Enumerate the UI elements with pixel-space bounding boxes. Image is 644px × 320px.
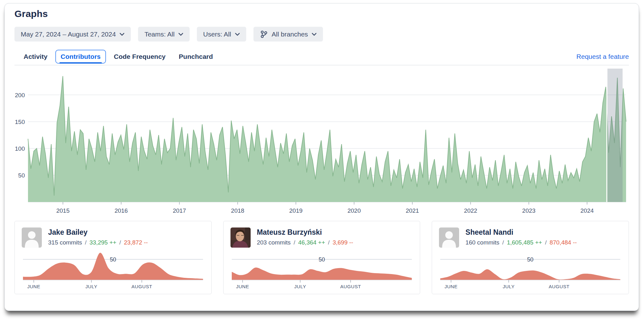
stats-separator: / [544, 239, 548, 246]
avatar-placeholder [22, 227, 42, 248]
x-axis-label: 2016 [114, 207, 128, 214]
tab-contributors[interactable]: Contributors [55, 50, 106, 64]
card-header: Sheetal Nandi 160 commits / 1,605,485 ++… [439, 227, 622, 248]
deletions-count: 870,484 -- [550, 239, 577, 246]
stats-separator: / [118, 239, 122, 246]
contributor-info: Sheetal Nandi 160 commits / 1,605,485 ++… [465, 227, 577, 246]
x-axis-label: JULY [503, 284, 515, 289]
branches-filter[interactable]: All branches [253, 27, 323, 42]
contributions-chart[interactable]: 5010015020020152016201720182019202020212… [14, 68, 629, 216]
filter-bar: May 27, 2024 – August 27, 2024 Teams: Al… [14, 27, 629, 42]
x-axis-label: 2018 [231, 207, 244, 214]
contributor-card: Mateusz Burzyński 203 commits / 46,364 +… [223, 221, 420, 294]
x-axis-label: JUNE [236, 284, 249, 289]
contributor-name: Sheetal Nandi [465, 228, 577, 237]
x-axis-label: 2023 [522, 207, 536, 214]
contributor-card: Sheetal Nandi 160 commits / 1,605,485 ++… [432, 221, 629, 294]
commit-count: 203 commits [257, 239, 291, 246]
y-axis-label: 200 [15, 92, 25, 98]
x-axis-label: 2017 [173, 207, 186, 214]
contributor-mini-chart: 50JUNEJULYAUGUST [439, 251, 622, 290]
users-filter[interactable]: Users: All [197, 27, 246, 42]
users-filter-label: Users: All [203, 31, 231, 38]
date-range-filter[interactable]: May 27, 2024 – August 27, 2024 [14, 27, 131, 42]
card-header: Mateusz Burzyński 203 commits / 46,364 +… [230, 227, 413, 248]
commit-count: 160 commits [465, 239, 499, 246]
contributor-info: Jake Bailey 315 commits / 33,295 ++ / 23… [48, 227, 148, 246]
x-axis-label: AUGUST [549, 284, 569, 289]
contributor-name: Jake Bailey [48, 228, 148, 237]
contributor-card: Jake Bailey 315 commits / 33,295 ++ / 23… [14, 221, 212, 294]
stats-separator: / [84, 239, 88, 246]
contributor-stats: 315 commits / 33,295 ++ / 23,872 -- [48, 239, 148, 246]
avatar-placeholder [439, 227, 459, 248]
avatar-photo [230, 227, 251, 248]
x-axis-label: 2024 [580, 207, 594, 214]
card-header: Jake Bailey 315 commits / 33,295 ++ / 23… [22, 227, 204, 248]
gridline-label: 50 [110, 256, 116, 263]
teams-filter[interactable]: Teams: All [138, 27, 190, 42]
gridline-label: 50 [319, 256, 325, 263]
x-axis-label: 2020 [347, 207, 361, 214]
chevron-down-icon [119, 33, 125, 36]
request-feature-link[interactable]: Request a feature [576, 53, 629, 60]
contributor-mini-chart: 50JUNEJULYAUGUST [22, 251, 204, 290]
contributor-cards: Jake Bailey 315 commits / 33,295 ++ / 23… [14, 221, 629, 294]
chevron-down-icon [235, 33, 240, 36]
x-axis-label: 2015 [56, 207, 69, 214]
chevron-down-icon [312, 33, 317, 36]
contributor-stats: 203 commits / 46,364 ++ / 3,699 -- [257, 239, 353, 246]
date-range-label: May 27, 2024 – August 27, 2024 [21, 31, 116, 38]
contributor-name: Mateusz Burzyński [257, 228, 353, 237]
tab-activity[interactable]: Activity [18, 50, 53, 64]
stats-separator: / [327, 239, 331, 246]
deletions-count: 23,872 -- [124, 239, 148, 246]
contributor-stats: 160 commits / 1,605,485 ++ / 870,484 -- [465, 239, 577, 246]
commit-count: 315 commits [48, 239, 82, 246]
contributions-chart-svg[interactable]: 5010015020020152016201720182019202020212… [14, 68, 628, 216]
y-axis-label: 150 [15, 119, 25, 125]
x-axis-label: JUNE [445, 284, 458, 289]
deletions-count: 3,699 -- [333, 239, 353, 246]
additions-count: 33,295 ++ [90, 239, 117, 246]
mini-area-fill [440, 269, 620, 280]
x-axis-label: 2022 [464, 207, 477, 214]
tab-punchcard[interactable]: Punchcard [174, 50, 219, 64]
additions-count: 1,605,485 ++ [507, 239, 542, 246]
x-axis-label: JULY [294, 284, 306, 289]
x-axis-label: 2019 [289, 207, 303, 214]
y-axis-label: 50 [18, 172, 25, 179]
stats-separator: / [501, 239, 505, 246]
chevron-down-icon [178, 33, 183, 36]
x-axis-label: JUNE [27, 284, 41, 289]
graphs-panel: Graphs May 27, 2024 – August 27, 2024 Te… [4, 3, 639, 311]
graph-tabs: Activity Contributors Code Frequency Pun… [14, 50, 629, 65]
contributor-info: Mateusz Burzyński 203 commits / 46,364 +… [257, 227, 353, 246]
tab-code-frequency[interactable]: Code Frequency [108, 50, 171, 64]
mini-area-fill [232, 267, 412, 280]
additions-count: 46,364 ++ [298, 239, 325, 246]
x-axis-label: JULY [86, 284, 97, 289]
y-axis-label: 100 [15, 145, 25, 152]
branches-filter-label: All branches [272, 31, 308, 38]
gridline-label: 50 [527, 256, 534, 263]
contributor-mini-chart: 50JUNEJULYAUGUST [230, 251, 413, 290]
selection-brush[interactable] [608, 69, 623, 202]
x-axis-label: AUGUST [340, 284, 361, 289]
page-title: Graphs [14, 8, 639, 19]
git-branch-icon [260, 30, 268, 39]
x-axis-label: 2021 [406, 207, 419, 214]
teams-filter-label: Teams: All [144, 31, 175, 38]
stats-separator: / [292, 239, 297, 246]
x-axis-label: AUGUST [131, 284, 152, 289]
